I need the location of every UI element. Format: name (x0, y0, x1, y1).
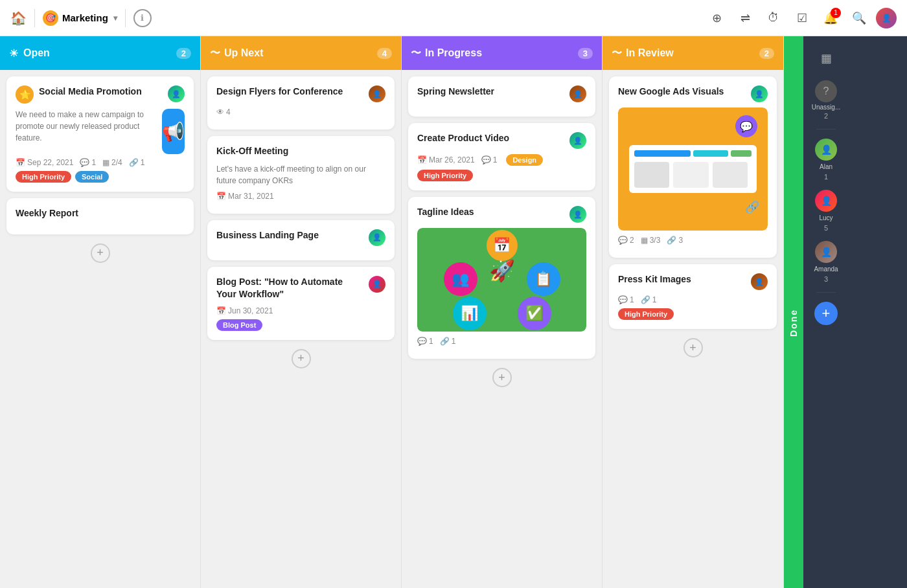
open-cards: ⭐ Social Media Promotion 👤 We need to ma… (0, 70, 200, 588)
workspace-chevron: ▾ (113, 14, 117, 23)
tagline-copy-icon: 📋 (527, 262, 560, 296)
card-header: Business Landing Page 👤 (216, 229, 385, 246)
alan-avatar: 👤 (815, 139, 837, 161)
tagline-image: 📅 👥 📋 📊 ✅ 🚀 (417, 228, 586, 332)
card-avatar: 👤 (369, 229, 385, 246)
card-meta: 👁 4 (216, 107, 385, 117)
add-card-upnext[interactable]: + (292, 349, 311, 368)
meta-comments: 💬 1 (481, 155, 498, 164)
card-title: Tagline Ideas (417, 206, 564, 219)
tag-high-priority: High Priority (618, 308, 674, 320)
card-spring-newsletter[interactable]: Spring Newsletter 👤 (408, 76, 595, 117)
user-filter-amanda[interactable]: 👤 Amanda 3 (814, 241, 838, 283)
layout-button[interactable]: ⇌ (733, 6, 757, 30)
add-card-open[interactable]: + (91, 243, 110, 263)
card-title: Blog Post: "How to Automate Your Workflo… (216, 276, 363, 301)
tagline-chart-icon: 📊 (453, 297, 487, 330)
amanda-count: 3 (824, 275, 828, 283)
meta-attach: 🔗 1 (440, 337, 456, 346)
add-card-inprogress[interactable]: + (492, 368, 512, 387)
check-button[interactable]: ☑ (790, 6, 814, 30)
inprogress-count: 3 (578, 48, 593, 59)
divider2 (816, 292, 836, 293)
timer-button[interactable]: ⏱ (762, 6, 785, 30)
card-avatar: 👤 (569, 85, 586, 102)
add-user-button[interactable]: + (814, 302, 838, 325)
card-header: Create Product Video 👤 (417, 132, 586, 149)
layout-toggle-button[interactable]: ▦ (813, 45, 839, 71)
workspace-name: Marketing (62, 12, 108, 23)
add-card-inreview[interactable]: + (683, 338, 703, 357)
card-title: New Google Ads Visuals (618, 85, 746, 98)
workspace-icon: 🎯 (43, 10, 58, 26)
user-filter-lucy[interactable]: 👤 Lucy 5 (815, 190, 837, 232)
info-button[interactable]: ℹ (133, 9, 152, 27)
workspace-selector[interactable]: 🎯 Marketing ▾ (43, 10, 117, 26)
meta-tasks: ▦ 3/3 (641, 236, 661, 245)
card-google-ads[interactable]: New Google Ads Visuals 👤 (609, 76, 777, 258)
tagline-calendar-icon: 📅 (487, 230, 518, 261)
column-inprogress: 〜 In Progress 3 Spring Newsletter 👤 Crea… (402, 36, 603, 588)
card-title: Weekly Report (16, 207, 185, 220)
card-business-landing[interactable]: Business Landing Page 👤 (207, 220, 395, 260)
tag-social: Social (75, 171, 109, 183)
inprogress-cards: Spring Newsletter 👤 Create Product Video… (402, 70, 602, 588)
nav-divider (34, 9, 35, 27)
add-task-button[interactable]: ⊕ (705, 6, 728, 30)
card-header: Spring Newsletter 👤 (417, 85, 586, 102)
user-filter-alan[interactable]: 👤 Alan 1 (815, 139, 837, 181)
amanda-avatar: 👤 (815, 241, 837, 263)
upnext-cards: Design Flyers for Conference 👤 👁 4 Kick-… (201, 70, 401, 588)
card-meta: 📅 Jun 30, 2021 (216, 306, 385, 315)
meta-date: 📅 Sep 22, 2021 (16, 158, 73, 167)
card-title: Social Media Promotion (39, 85, 142, 98)
card-press-kit[interactable]: Press Kit Images 👤 💬 1 🔗 1 High Priority (609, 264, 777, 329)
card-status-icon: ⭐ (16, 85, 34, 104)
upnext-wave: 〜 (210, 47, 220, 60)
card-avatar: 👤 (569, 206, 586, 223)
lucy-count: 5 (824, 224, 828, 232)
card-header: New Google Ads Visuals 👤 (618, 85, 768, 102)
unassigned-filter[interactable]: ? Unassig... 2 (812, 80, 840, 120)
column-header-inprogress: 〜 In Progress 3 (402, 36, 602, 70)
card-title: Design Flyers for Conference (216, 85, 363, 98)
meta-comments: 💬 2 (618, 236, 634, 245)
card-meta: 💬 1 🔗 1 (618, 295, 768, 304)
meta-watch: 👁 4 (216, 107, 231, 117)
floating-chat-icon: 💬 (735, 115, 757, 137)
column-inreview: 〜 In Review 2 New Google Ads Visuals 👤 (603, 36, 784, 588)
home-icon[interactable]: 🏠 (10, 10, 27, 26)
done-column: ✓ Done (784, 36, 803, 588)
user-avatar[interactable]: 👤 (876, 8, 897, 28)
social-media-image: 📢 (162, 109, 185, 154)
inreview-title: In Review (626, 47, 759, 59)
card-kickoff[interactable]: Kick-Off Meeting Let's have a kick-off m… (207, 136, 395, 214)
card-weekly-report[interactable]: Weekly Report (6, 198, 194, 234)
card-header: Blog Post: "How to Automate Your Workflo… (216, 276, 385, 301)
notifications-button[interactable]: 🔔 1 (819, 6, 842, 30)
card-design-flyers[interactable]: Design Flyers for Conference 👤 👁 4 (207, 76, 395, 130)
meta-comments: 💬 1 (618, 295, 634, 304)
card-social-media[interactable]: ⭐ Social Media Promotion 👤 We need to ma… (6, 76, 194, 192)
search-button[interactable]: 🔍 (847, 6, 871, 30)
card-tagline-ideas[interactable]: Tagline Ideas 👤 📅 👥 📋 (408, 197, 595, 359)
card-header: Press Kit Images 👤 (618, 273, 768, 290)
tagline-check-icon: ✅ (518, 297, 551, 330)
column-header-upnext: 〜 Up Next 4 (201, 36, 401, 70)
card-blog-post[interactable]: Blog Post: "How to Automate Your Workflo… (207, 267, 395, 340)
card-header: Weekly Report (16, 207, 185, 220)
tag-blogpost: Blog Post (216, 319, 262, 331)
inreview-cards: New Google Ads Visuals 👤 (603, 70, 783, 588)
alan-name: Alan (820, 163, 832, 170)
meta-attach: 🔗 1 (129, 158, 145, 167)
meta-attach: 🔗 1 (641, 295, 657, 304)
tag-high-priority: High Priority (16, 171, 71, 183)
card-header: Design Flyers for Conference 👤 (216, 85, 385, 102)
card-tags: High Priority Social (16, 171, 185, 183)
meta-date: 📅 Mar 26, 2021 (417, 155, 475, 164)
upnext-title: Up Next (224, 47, 377, 59)
card-meta: 📅 Mar 31, 2021 (216, 192, 385, 201)
card-product-video[interactable]: Create Product Video 👤 📅 Mar 26, 2021 💬 … (408, 123, 595, 190)
card-header: ⭐ Social Media Promotion 👤 (16, 85, 185, 104)
alan-count: 1 (824, 173, 828, 181)
